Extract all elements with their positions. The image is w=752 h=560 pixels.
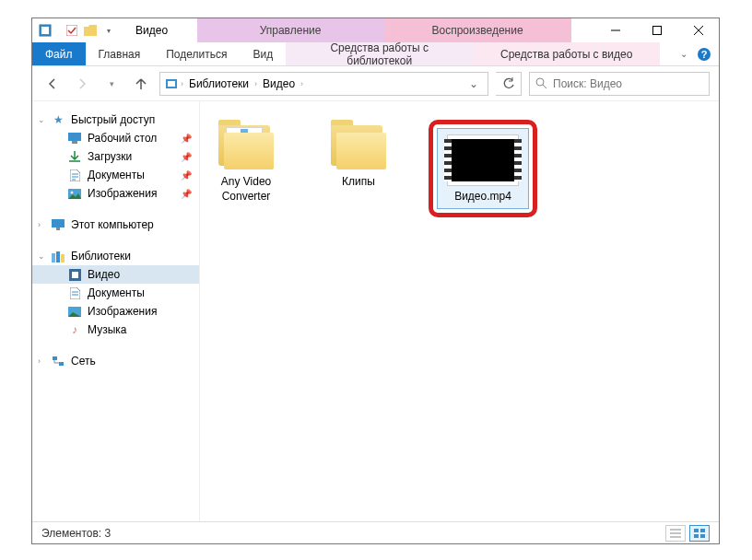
music-icon: ♪	[67, 322, 82, 337]
sidebar-lib-documents[interactable]: Документы	[32, 284, 199, 302]
highlight-annotation: Видео.mp4	[429, 120, 537, 217]
tab-view[interactable]: Вид	[240, 42, 286, 65]
status-bar: Элементов: 3	[32, 521, 719, 543]
folder-item[interactable]: Клипы	[316, 120, 401, 190]
sidebar-desktop[interactable]: Рабочий стол📌	[32, 129, 199, 147]
svg-rect-16	[56, 251, 60, 262]
recent-dropdown-icon[interactable]: ▾	[100, 73, 123, 95]
sidebar-pictures[interactable]: Изображения📌	[32, 184, 199, 203]
pictures-icon	[67, 186, 82, 201]
contextual-tab-groups: Управление Воспроизведение	[173, 18, 594, 42]
sidebar-network[interactable]: ›Сеть	[32, 352, 199, 370]
breadcrumb-libraries[interactable]: Библиотеки	[185, 77, 253, 90]
window-controls	[594, 18, 719, 42]
chevron-right-icon[interactable]: ›	[181, 79, 183, 88]
properties-icon[interactable]	[65, 23, 79, 38]
svg-rect-17	[61, 254, 65, 262]
explorer-window: ▾ Видео Управление Воспроизведение Файл …	[31, 18, 720, 544]
contextual-group-playback: Воспроизведение	[384, 18, 571, 42]
title-bar: ▾ Видео Управление Воспроизведение	[32, 18, 719, 42]
star-icon: ★	[51, 112, 65, 127]
status-item-count: Элементов: 3	[41, 527, 111, 540]
up-button[interactable]	[130, 73, 152, 95]
chevron-right-icon[interactable]: ›	[38, 220, 47, 229]
maximize-button[interactable]	[636, 18, 677, 42]
network-icon	[51, 354, 65, 368]
breadcrumb-dropdown-icon[interactable]: ⌄	[464, 77, 484, 90]
download-icon	[67, 149, 82, 164]
svg-point-8	[536, 78, 544, 86]
sidebar-libraries[interactable]: ⌄Библиотеки	[32, 247, 199, 265]
content-pane[interactable]: Any Video Converter Клипы Видео.mp4	[200, 101, 719, 521]
svg-rect-19	[72, 272, 78, 278]
navigation-pane: ⌄★Быстрый доступ Рабочий стол📌 Загрузки📌…	[32, 101, 200, 521]
body: ⌄★Быстрый доступ Рабочий стол📌 Загрузки📌…	[32, 101, 719, 521]
chevron-right-icon[interactable]: ›	[300, 79, 303, 88]
tab-home[interactable]: Главная	[86, 42, 154, 65]
sidebar-this-pc[interactable]: ›Этот компьютер	[32, 216, 199, 234]
computer-icon	[51, 217, 65, 232]
breadcrumb-videos[interactable]: Видео	[259, 77, 299, 90]
tab-file[interactable]: Файл	[32, 42, 86, 65]
sidebar-videos[interactable]: Видео	[32, 265, 199, 284]
app-icon	[38, 23, 53, 38]
search-box[interactable]	[529, 72, 710, 96]
svg-rect-26	[700, 534, 705, 538]
sidebar-lib-pictures[interactable]: Изображения	[32, 302, 199, 321]
back-button[interactable]	[41, 73, 64, 95]
pin-icon: 📌	[181, 189, 192, 199]
svg-point-12	[71, 191, 74, 193]
svg-rect-13	[52, 219, 65, 228]
svg-rect-21	[53, 356, 57, 360]
chevron-right-icon[interactable]: ›	[254, 79, 257, 88]
sidebar-documents[interactable]: Документы📌	[32, 166, 199, 184]
document-icon	[67, 286, 82, 300]
desktop-icon	[67, 131, 82, 146]
quick-access-toolbar: ▾	[32, 18, 130, 42]
refresh-button[interactable]	[496, 72, 522, 96]
pin-icon: 📌	[181, 152, 192, 162]
ribbon-expand-icon[interactable]: ⌄	[680, 49, 687, 59]
svg-rect-25	[694, 534, 699, 538]
svg-rect-24	[700, 529, 705, 532]
svg-rect-7	[168, 81, 175, 87]
chevron-down-icon[interactable]: ⌄	[38, 115, 47, 124]
video-file-item[interactable]: Видео.mp4	[437, 128, 529, 209]
sidebar-downloads[interactable]: Загрузки📌	[32, 147, 199, 166]
location-icon	[164, 76, 179, 91]
item-label: Видео.mp4	[454, 190, 511, 204]
search-icon	[535, 77, 547, 89]
svg-rect-23	[694, 529, 699, 532]
tab-share[interactable]: Поделиться	[153, 42, 240, 65]
svg-rect-15	[52, 253, 55, 262]
folder-icon	[215, 120, 277, 171]
help-icon[interactable]: ?	[697, 47, 711, 62]
sidebar-music[interactable]: ♪Музыка	[32, 321, 199, 339]
item-label: Клипы	[342, 175, 375, 190]
tab-video-tools[interactable]: Средства работы с видео	[473, 42, 660, 65]
breadcrumb[interactable]: › Библиотеки › Видео › ⌄	[159, 72, 488, 96]
svg-rect-14	[56, 228, 60, 230]
svg-rect-9	[68, 133, 81, 141]
close-button[interactable]	[677, 18, 719, 42]
thumbnails-view-button[interactable]	[689, 525, 710, 542]
svg-text:?: ?	[701, 49, 708, 60]
svg-rect-3	[652, 27, 661, 35]
document-icon	[67, 168, 82, 182]
folder-item[interactable]: Any Video Converter	[204, 120, 288, 204]
minimize-button[interactable]	[594, 18, 636, 42]
chevron-down-icon[interactable]: ⌄	[38, 251, 47, 261]
search-input[interactable]	[553, 77, 703, 90]
qat-dropdown-icon[interactable]: ▾	[101, 23, 116, 38]
folder-icon[interactable]	[83, 23, 98, 38]
window-title: Видео	[130, 18, 173, 42]
libraries-icon	[51, 249, 65, 263]
forward-button[interactable]	[71, 73, 93, 95]
svg-rect-10	[72, 141, 77, 144]
details-view-button[interactable]	[665, 525, 686, 542]
tab-library-tools[interactable]: Средства работы с библиотекой	[286, 42, 473, 65]
sidebar-quick-access[interactable]: ⌄★Быстрый доступ	[32, 111, 199, 129]
chevron-right-icon[interactable]: ›	[38, 356, 47, 366]
svg-rect-1	[41, 27, 49, 34]
ribbon-tabs: Файл Главная Поделиться Вид Средства раб…	[32, 42, 719, 66]
